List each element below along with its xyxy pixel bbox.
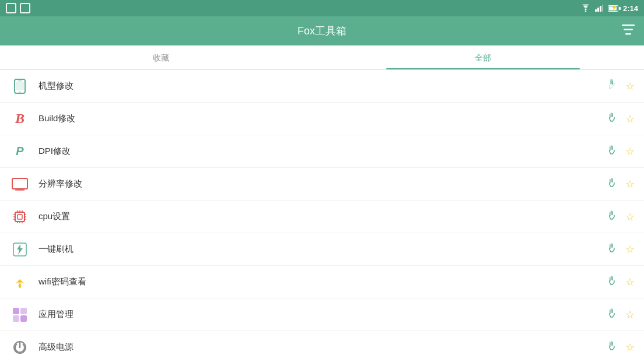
- svg-rect-62: [612, 342, 613, 346]
- flash-icon: [9, 239, 30, 260]
- status-square-1: [6, 3, 16, 13]
- touch-action[interactable]: [607, 144, 618, 159]
- item-label-resolution: 分辨率修改: [38, 178, 607, 189]
- svg-rect-1: [595, 9, 597, 12]
- touch-action[interactable]: [607, 340, 618, 354]
- svg-point-10: [19, 91, 20, 92]
- touch-action[interactable]: [607, 111, 618, 126]
- signal-icon: [595, 5, 603, 12]
- status-bar-right: ⚡ 2:14: [581, 4, 638, 13]
- item-actions: ☆: [607, 144, 635, 159]
- svg-rect-45: [612, 244, 613, 248]
- status-bar: ⚡ 2:14: [0, 0, 644, 16]
- charging-icon: ⚡: [611, 5, 617, 10]
- svg-rect-13: [612, 80, 613, 85]
- star-action[interactable]: ☆: [625, 80, 635, 93]
- status-bar-left: [6, 3, 30, 13]
- svg-rect-6: [624, 29, 633, 30]
- list-item[interactable]: 机型修改 ☆: [0, 70, 644, 103]
- item-actions: ☆: [607, 307, 635, 322]
- dpi-icon: P: [9, 141, 30, 162]
- build-icon: B: [9, 108, 30, 129]
- item-actions: ☆: [607, 275, 635, 289]
- item-label-build: Build修改: [38, 113, 607, 124]
- svg-rect-57: [612, 309, 613, 313]
- svg-rect-52: [13, 308, 19, 314]
- svg-rect-7: [625, 33, 631, 35]
- svg-rect-24: [612, 178, 613, 182]
- list-item[interactable]: P DPI修改 ☆: [0, 135, 644, 168]
- touch-action[interactable]: [607, 209, 618, 224]
- item-label-wifi: wifi密码查看: [38, 276, 607, 287]
- svg-rect-44: [611, 243, 612, 248]
- star-action[interactable]: ☆: [625, 341, 635, 354]
- item-list: 机型修改 ☆ B Build修改 ☆ P DPI修改: [0, 70, 644, 362]
- touch-action[interactable]: [607, 307, 618, 322]
- star-action[interactable]: ☆: [625, 243, 635, 256]
- star-action[interactable]: ☆: [625, 113, 635, 125]
- svg-rect-9: [18, 80, 22, 82]
- svg-rect-2: [597, 8, 599, 12]
- item-actions: ☆: [607, 340, 635, 354]
- svg-rect-55: [20, 315, 27, 322]
- tab-all[interactable]: 全部: [322, 53, 644, 69]
- svg-rect-18: [612, 146, 613, 150]
- tabs-container: 收藏 全部: [0, 45, 644, 70]
- item-actions: ☆: [607, 111, 635, 126]
- svg-rect-41: [612, 211, 613, 215]
- item-actions: ☆: [607, 242, 635, 256]
- item-label-dpi: DPI修改: [38, 146, 607, 157]
- list-item[interactable]: 应用管理 ☆: [0, 298, 644, 331]
- star-action[interactable]: ☆: [625, 145, 635, 158]
- star-action[interactable]: ☆: [625, 308, 635, 321]
- item-label-power: 高级电源: [38, 342, 607, 353]
- item-actions: ☆: [607, 177, 635, 191]
- touch-action[interactable]: [607, 275, 618, 289]
- svg-rect-23: [611, 178, 612, 182]
- svg-rect-27: [18, 215, 22, 219]
- touch-action[interactable]: [607, 242, 618, 256]
- status-square-2: [20, 3, 30, 13]
- svg-rect-15: [612, 113, 613, 117]
- star-action[interactable]: ☆: [625, 210, 635, 223]
- svg-point-0: [585, 10, 586, 12]
- list-item[interactable]: B Build修改 ☆: [0, 103, 644, 135]
- star-action[interactable]: ☆: [625, 276, 635, 289]
- svg-rect-26: [15, 212, 24, 222]
- touch-action[interactable]: [607, 79, 618, 93]
- svg-rect-5: [622, 24, 635, 26]
- list-item[interactable]: 一键刷机 ☆: [0, 233, 644, 266]
- svg-rect-3: [600, 6, 601, 12]
- item-label-flash: 一键刷机: [38, 244, 607, 255]
- status-time: 2:14: [623, 4, 638, 13]
- apps-icon: [9, 304, 30, 325]
- cpu-icon: [9, 206, 30, 227]
- list-item[interactable]: 高级电源 ☆: [0, 331, 644, 362]
- tab-favorites[interactable]: 收藏: [0, 53, 322, 69]
- power-icon: [9, 337, 30, 358]
- svg-rect-53: [20, 308, 27, 314]
- resolution-icon: [9, 174, 30, 195]
- svg-rect-54: [13, 315, 19, 322]
- wifi-signal-icon: [581, 4, 590, 12]
- svg-rect-4: [602, 5, 603, 12]
- filter-icon[interactable]: [622, 24, 635, 38]
- list-item[interactable]: cpu设置 ☆: [0, 201, 644, 233]
- item-label-apps: 应用管理: [38, 309, 607, 320]
- list-item[interactable]: wifi密码查看 ☆: [0, 266, 644, 298]
- touch-action[interactable]: [607, 177, 618, 191]
- svg-rect-49: [611, 276, 612, 280]
- toolbar: Fox工具箱: [0, 16, 644, 45]
- star-action[interactable]: ☆: [625, 178, 635, 191]
- wifi-icon: [9, 272, 30, 293]
- item-actions: ☆: [607, 209, 635, 224]
- svg-rect-56: [611, 308, 612, 313]
- item-label-cpu: cpu设置: [38, 211, 607, 222]
- svg-rect-61: [611, 341, 612, 346]
- svg-rect-20: [12, 178, 27, 189]
- svg-point-48: [19, 286, 21, 288]
- item-actions: ☆: [607, 79, 635, 93]
- svg-rect-17: [611, 145, 612, 150]
- list-item[interactable]: 分辨率修改 ☆: [0, 168, 644, 201]
- phone-icon: [9, 76, 30, 97]
